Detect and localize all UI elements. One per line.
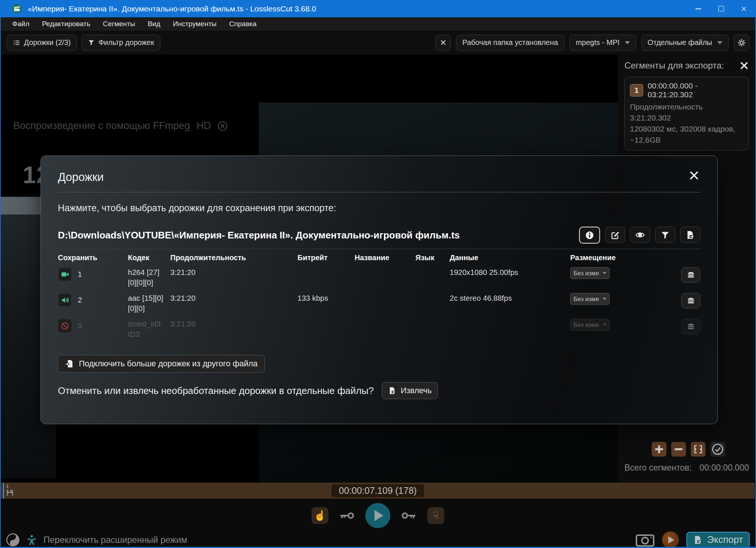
play-button[interactable] [365,503,390,528]
next-keyframe-icon[interactable] [401,511,416,520]
play-icon [668,536,674,544]
track-list-icon [13,39,20,46]
prev-keyframe-icon[interactable] [339,511,354,520]
close-button[interactable] [732,0,755,17]
settings-button[interactable] [734,35,749,51]
playhead[interactable] [3,483,4,499]
export-button[interactable]: Экспорт [686,532,750,548]
clear-working-dir-button[interactable] [435,35,451,51]
minimize-icon [696,8,701,9]
track-menu-button[interactable] [681,293,700,308]
file-path: D:\Downloads\YOUTUBE\«Империя- Екатерина… [58,230,460,241]
save-icon [6,489,14,497]
title-bar: «Империя- Екатерина II». Документально-и… [1,0,755,17]
preview-play-button[interactable] [662,531,679,548]
screenshot-camera-icon[interactable] [635,533,655,547]
chevron-down-icon [603,298,606,300]
total-segments-value: 00:00:00.000 [700,463,749,473]
plus-icon [654,444,665,455]
edit-metadata-button[interactable] [605,227,625,243]
funnel-icon [661,230,670,240]
track-row-audio: 2 aac [15][0] [0][0] 3:21:20 133 kbps 2c… [58,293,700,314]
placement-select[interactable]: Без изме [570,319,610,331]
toggle-segments-button[interactable] [710,442,725,457]
app-window: «Империя- Екатерина II». Документально-и… [0,0,756,548]
segment-card[interactable]: 1 00:00:00.000 - 03:21:20.302 Продолжите… [624,77,749,150]
maximize-button[interactable] [710,0,732,17]
close-icon [689,170,700,181]
play-icon [374,510,383,521]
filter-tracks-button[interactable]: Фильтр дорожек [81,35,160,51]
dialog-subtitle: Нажмите, чтобы выбрать дорожки для сохра… [58,203,700,213]
timeline[interactable]: 1 00:00:07.109 (178) [1,482,755,499]
menu-view[interactable]: Вид [142,17,167,31]
menu-tools[interactable]: Инструменты [167,17,223,31]
circle-slash-icon [61,322,69,330]
add-tracks-button[interactable]: Подключить больше дорожек из другого фай… [58,355,265,373]
col-duration: Продолжительность [170,254,297,262]
track-row-data: 3 timed_id3 ID3 3:21:20 Без изме [58,319,700,339]
track-duration: 3:21:20 [170,319,297,329]
toggle-audio-track-button[interactable] [58,293,72,307]
export-button-label: Экспорт [707,534,743,545]
menu-help[interactable]: Справка [223,17,263,31]
toggle-data-track-button[interactable] [58,319,72,333]
col-placement: Размещение [570,254,681,262]
track-codec: h264 [27] [0][0][0] [128,267,170,288]
gear-icon [737,38,746,47]
set-cut-start-button[interactable]: ☝ [311,507,328,524]
remove-segment-button[interactable] [671,442,686,457]
files-mode-select[interactable]: Отдельные файлы [641,35,729,51]
track-menu-button[interactable] [681,267,700,283]
tracks-button[interactable]: Дорожки (2/3) [7,35,77,51]
preview-track-button[interactable] [630,227,650,243]
segment-frames: 12080302 мс, 302008 кадров, [630,123,743,135]
burger-icon [686,322,696,331]
menu-file[interactable]: Файл [6,17,36,31]
eye-icon [635,230,645,240]
menu-segments[interactable]: Сегменты [97,17,142,31]
split-segment-button[interactable] [691,442,706,457]
track-menu-button[interactable] [681,319,700,334]
advanced-mode-icon[interactable] [26,534,38,546]
burger-icon [686,270,696,280]
menu-edit[interactable]: Редактировать [36,17,97,31]
dialog-close-button[interactable] [689,170,700,181]
extract-button[interactable]: Извлечь [382,382,438,399]
toggle-video-track-button[interactable] [58,267,72,281]
set-cut-end-button[interactable]: ☟ [427,507,444,524]
working-dir-button[interactable]: Рабочая папка установлена [456,35,564,51]
segments-panel-title: Сегменты для экспорта: [624,60,724,71]
file-export-icon [388,387,396,395]
file-export-icon [686,230,695,240]
advanced-mode-label[interactable]: Переключить расширенный режим [43,535,187,545]
placement-select[interactable]: Без изме [570,267,610,279]
hand-point-down-icon: ☟ [433,510,439,521]
add-segment-button[interactable] [652,442,666,457]
dialog-title: Дорожки [58,171,700,184]
col-save: Сохранить [58,254,128,262]
add-tracks-label: Подключить больше дорожек из другого фай… [79,359,258,369]
current-timestamp[interactable]: 00:00:07.109 (178) [331,484,424,497]
track-info-button[interactable] [579,227,600,244]
app-icon [12,4,22,14]
video-camera-icon [61,270,69,279]
filter-tracks-dialog-button[interactable] [655,227,675,243]
track-index: 2 [78,295,82,305]
track-row-video: 1 h264 [27] [0][0][0] 3:21:20 1920x1080 … [58,267,700,288]
export-tracks-button[interactable] [680,227,700,243]
extract-question: Отменить или извлечь необработанные доро… [58,385,374,397]
output-format-value: mpegts - MPI [576,38,620,47]
chevron-down-icon [625,41,630,44]
circle-x-icon[interactable] [217,121,228,131]
menu-bar: Файл Редактировать Сегменты Вид Инструме… [1,17,755,31]
output-format-select[interactable]: mpegts - MPI [569,35,636,51]
minimize-button[interactable] [687,0,710,17]
divider [58,192,700,192]
yin-yang-icon[interactable] [6,533,20,547]
placement-select[interactable]: Без изме [570,293,610,305]
close-panel-icon[interactable] [739,61,749,70]
ffmpeg-playback-label: Воспроизведение с помощью FFmpeg [13,120,190,132]
file-export-icon [693,535,703,545]
track-bitrate: 133 kbps [297,293,355,303]
